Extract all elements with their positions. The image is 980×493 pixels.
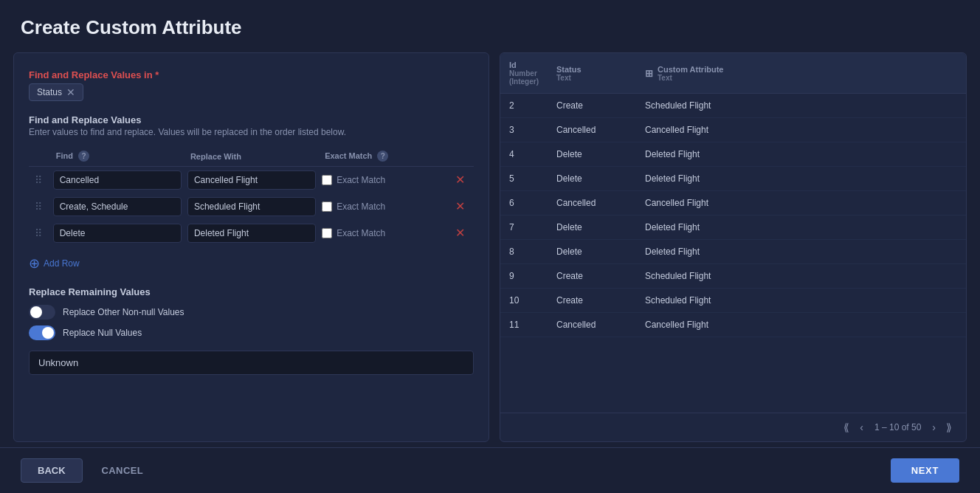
th-drag <box>29 146 50 167</box>
toggle-knob-on <box>42 327 54 339</box>
cell-id: 4 <box>500 142 548 167</box>
cell-id: 2 <box>500 94 548 118</box>
delete-row-button[interactable]: ✕ <box>452 173 468 187</box>
cell-custom: Cancelled Flight <box>636 313 966 337</box>
right-panel: Id Number (Integer) Status Text ⊞ Custom… <box>500 52 967 442</box>
table-row: ⠿ Exact Match ✕ <box>29 167 474 194</box>
cell-status: Delete <box>548 216 636 240</box>
th-replace: Replace With <box>184 146 319 167</box>
replace-other-nonnull-toggle[interactable] <box>29 305 55 320</box>
drag-handle-icon[interactable]: ⠿ <box>32 174 45 186</box>
exact-help-icon[interactable]: ? <box>377 151 388 162</box>
left-buttons: BACK CANCEL <box>21 458 159 483</box>
back-button[interactable]: BACK <box>21 458 83 483</box>
last-page-button[interactable]: ⟫ <box>942 419 956 435</box>
find-input[interactable] <box>53 197 182 216</box>
cell-id: 7 <box>500 216 548 240</box>
table-row: 10 Create Scheduled Flight <box>500 289 966 313</box>
cell-status: Create <box>548 289 636 313</box>
page-info: 1 – 10 of 50 <box>874 422 921 432</box>
th-custom-attr: ⊞ Custom Attribute Text <box>636 53 966 94</box>
drag-handle-icon[interactable]: ⠿ <box>32 201 45 213</box>
table-row: 6 Cancelled Cancelled Flight <box>500 191 966 216</box>
find-input[interactable] <box>53 170 182 190</box>
table-row: 5 Delete Deleted Flight <box>500 167 966 191</box>
tag-close-icon[interactable]: ✕ <box>66 87 75 97</box>
table-row: 3 Cancelled Cancelled Flight <box>500 118 966 142</box>
replace-null-toggle[interactable] <box>29 325 55 340</box>
cell-status: Delete <box>548 142 636 167</box>
replace-input[interactable] <box>187 224 316 243</box>
pagination-row: ⟪ ‹ 1 – 10 of 50 › ⟫ <box>500 413 966 441</box>
table-row: ⠿ Exact Match ✕ <box>29 193 474 220</box>
cell-custom: Deleted Flight <box>636 142 966 167</box>
status-tag[interactable]: Status ✕ <box>29 83 83 101</box>
th-exact: Exact Match ? <box>319 146 449 167</box>
tag-container: Status ✕ <box>29 83 474 101</box>
cell-status: Cancelled <box>548 313 636 337</box>
next-button[interactable]: NEXT <box>891 458 959 483</box>
page-title: Create Custom Attribute <box>0 0 980 52</box>
table-grid-icon: ⊞ <box>645 68 653 79</box>
replace-input[interactable] <box>187 170 316 190</box>
cell-status: Cancelled <box>548 118 636 142</box>
exact-match-label: Exact Match <box>337 175 385 185</box>
bottom-bar: BACK CANCEL NEXT <box>0 447 980 493</box>
exact-match-checkbox[interactable] <box>322 201 332 212</box>
cell-custom: Deleted Flight <box>636 167 966 191</box>
cancel-button[interactable]: CANCEL <box>86 459 160 482</box>
find-replace-table: Find ? Replace With Exact Match ? ⠿ E <box>29 146 474 246</box>
exact-match-checkbox[interactable] <box>322 175 332 185</box>
toggle-knob-off <box>30 306 42 318</box>
cell-status: Delete <box>548 167 636 191</box>
cell-custom: Deleted Flight <box>636 240 966 264</box>
th-delete <box>449 146 474 167</box>
drag-handle-icon[interactable]: ⠿ <box>32 227 45 239</box>
replace-null-label: Replace Null Values <box>63 328 142 338</box>
replace-null-row: Replace Null Values <box>29 325 474 340</box>
th-status: Status Text <box>548 53 636 94</box>
table-row: 4 Delete Deleted Flight <box>500 142 966 167</box>
cell-id: 6 <box>500 191 548 216</box>
cell-id: 10 <box>500 289 548 313</box>
cell-id: 3 <box>500 118 548 142</box>
table-row: 8 Delete Deleted Flight <box>500 240 966 264</box>
cell-custom: Deleted Flight <box>636 216 966 240</box>
find-replace-values-title: Find and Replace Values <box>29 114 474 125</box>
cell-status: Create <box>548 264 636 289</box>
th-id: Id Number (Integer) <box>500 53 548 94</box>
cell-custom: Cancelled Flight <box>636 191 966 216</box>
table-row: 9 Create Scheduled Flight <box>500 264 966 289</box>
cell-status: Delete <box>548 240 636 264</box>
cell-status: Cancelled <box>548 191 636 216</box>
find-input[interactable] <box>53 224 182 243</box>
table-row: 2 Create Scheduled Flight <box>500 94 966 118</box>
first-page-button[interactable]: ⟪ <box>840 419 853 435</box>
cell-id: 11 <box>500 313 548 337</box>
cell-id: 9 <box>500 264 548 289</box>
tag-label: Status <box>37 87 62 97</box>
cell-custom: Cancelled Flight <box>636 118 966 142</box>
table-row: 11 Cancelled Cancelled Flight <box>500 313 966 337</box>
replace-remaining-title: Replace Remaining Values <box>29 286 474 297</box>
preview-table: Id Number (Integer) Status Text ⊞ Custom… <box>500 53 966 337</box>
prev-page-button[interactable]: ‹ <box>856 419 867 435</box>
delete-row-button[interactable]: ✕ <box>452 226 468 241</box>
delete-row-button[interactable]: ✕ <box>452 199 468 214</box>
cell-id: 8 <box>500 240 548 264</box>
unknown-value-input[interactable] <box>29 351 474 375</box>
find-replace-in-header: Find and Replace Values in * <box>29 69 474 80</box>
cell-custom: Scheduled Flight <box>636 264 966 289</box>
add-row-plus-icon: ⊕ <box>29 257 40 270</box>
replace-input[interactable] <box>187 197 316 216</box>
next-page-button[interactable]: › <box>928 419 939 435</box>
find-help-icon[interactable]: ? <box>78 151 89 162</box>
cell-status: Create <box>548 94 636 118</box>
cell-custom: Scheduled Flight <box>636 289 966 313</box>
exact-match-checkbox[interactable] <box>322 228 332 238</box>
table-row: 7 Delete Deleted Flight <box>500 216 966 240</box>
add-row-button[interactable]: ⊕ Add Row <box>29 254 80 273</box>
cell-custom: Scheduled Flight <box>636 94 966 118</box>
left-panel: Find and Replace Values in * Status ✕ Fi… <box>13 52 489 442</box>
replace-other-nonnull-label: Replace Other Non-null Values <box>63 307 184 317</box>
